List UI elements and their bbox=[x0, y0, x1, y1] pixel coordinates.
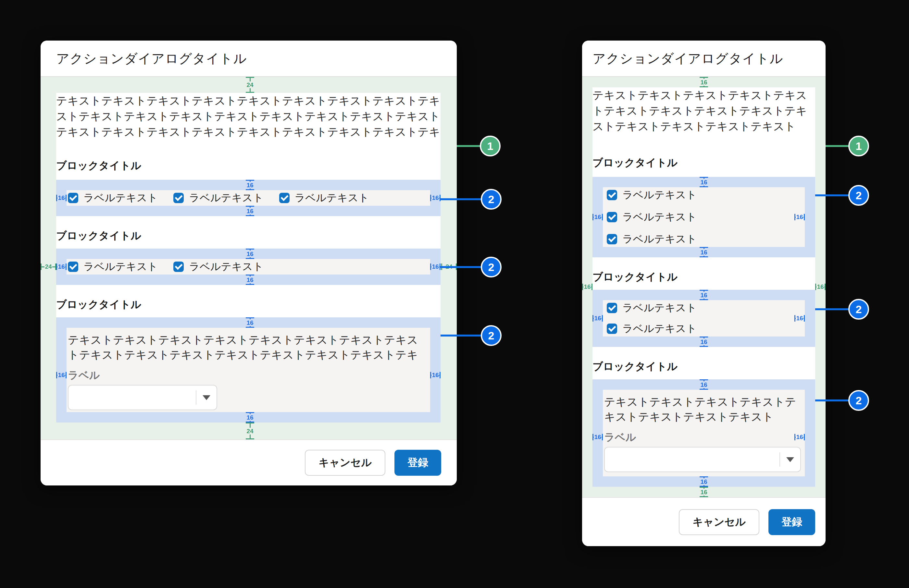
measure-vertical-16: 16 bbox=[696, 487, 712, 497]
measure-horizontal-16: 16 bbox=[430, 263, 440, 271]
checkbox-row: ラベルテキスト ラベルテキスト ラベルテキスト bbox=[66, 190, 430, 206]
dialog-header: アクションダイアログタイトル bbox=[582, 40, 826, 77]
checkbox-item[interactable]: ラベルテキスト bbox=[279, 191, 369, 205]
block-title: ブロックタイトル bbox=[592, 155, 815, 170]
select-field-label: ラベル bbox=[68, 368, 424, 382]
checkbox-list: ラベルテキスト ラベルテキスト ラベルテキスト bbox=[603, 187, 805, 247]
measure-vertical-16: 16 bbox=[242, 206, 258, 216]
annotation-badge-2[interactable]: 2 bbox=[848, 390, 869, 411]
measure-horizontal-16: 16 bbox=[592, 213, 603, 221]
checkbox-label: ラベルテキスト bbox=[622, 210, 697, 224]
block-title: ブロックタイトル bbox=[592, 359, 815, 374]
measure-vertical-24: 24 bbox=[242, 423, 258, 439]
measure-horizontal-16: 16 bbox=[815, 283, 826, 291]
submit-button[interactable]: 登録 bbox=[395, 450, 441, 476]
submit-button[interactable]: 登録 bbox=[768, 509, 815, 535]
dropdown-arrow-icon[interactable] bbox=[196, 395, 217, 400]
checkbox-item[interactable]: ラベルテキスト bbox=[607, 300, 805, 316]
dialog-footer: キャンセル 登録 bbox=[40, 439, 457, 485]
measure-horizontal-24: 24 bbox=[40, 263, 56, 271]
checkbox-label: ラベルテキスト bbox=[189, 191, 263, 205]
annotation-badge-2[interactable]: 2 bbox=[481, 189, 501, 210]
measure-horizontal-16: 16 bbox=[794, 315, 805, 322]
checkbox-item[interactable]: ラベルテキスト bbox=[68, 260, 158, 274]
checkbox-label: ラベルテキスト bbox=[622, 321, 697, 336]
measure-vertical-16: 16 bbox=[696, 77, 712, 87]
measure-horizontal-16: 16 bbox=[430, 194, 440, 202]
checkbox-label: ラベルテキスト bbox=[622, 232, 697, 246]
measure-horizontal-16: 16 bbox=[56, 194, 66, 202]
measure-vertical-16: 16 bbox=[242, 317, 258, 328]
annotation-connector-green bbox=[457, 145, 480, 147]
measure-vertical-16: 16 bbox=[242, 275, 258, 285]
block-title: ブロックタイトル bbox=[56, 228, 440, 243]
annotation-badge-2[interactable]: 2 bbox=[481, 325, 501, 346]
annotation-badge-2[interactable]: 2 bbox=[481, 257, 501, 278]
measure-horizontal-16: 16 bbox=[794, 213, 805, 221]
checkbox-label: ラベルテキスト bbox=[83, 260, 158, 274]
checkbox-checked-icon[interactable] bbox=[607, 303, 617, 313]
select-field-label: ラベル bbox=[604, 430, 802, 444]
block-title: ブロックタイトル bbox=[56, 297, 440, 312]
checkbox-label: ラベルテキスト bbox=[83, 191, 158, 205]
measure-horizontal-16: 16 bbox=[582, 283, 592, 291]
measure-vertical-16: 16 bbox=[242, 180, 258, 190]
checkbox-item[interactable]: ラベルテキスト bbox=[173, 191, 263, 205]
checkbox-label: ラベルテキスト bbox=[189, 260, 263, 274]
dialog-title: アクションダイアログタイトル bbox=[56, 50, 247, 68]
measure-horizontal-16: 16 bbox=[56, 263, 66, 271]
form-block-padding-overlay: テキストテキストテキストテキストテキストテキストテキストテキスト ラベル bbox=[592, 380, 815, 487]
form-block: テキストテキストテキストテキストテキストテキストテキストテキストテキストテキスト… bbox=[66, 328, 430, 412]
dropdown-arrow-icon[interactable] bbox=[780, 457, 800, 462]
cancel-button[interactable]: キャンセル bbox=[305, 450, 385, 476]
annotation-connector-blue bbox=[815, 308, 849, 310]
checkbox-checked-icon[interactable] bbox=[607, 212, 617, 222]
checkbox-checked-icon[interactable] bbox=[607, 190, 617, 200]
annotation-badge-2[interactable]: 2 bbox=[848, 185, 869, 206]
block-title: ブロックタイトル bbox=[592, 269, 815, 284]
annotation-connector-blue bbox=[815, 399, 849, 401]
measure-horizontal-16: 16 bbox=[56, 371, 66, 379]
measure-vertical-16: 16 bbox=[696, 477, 712, 487]
checkbox-row: ラベルテキスト ラベルテキスト bbox=[66, 259, 430, 275]
checkbox-item[interactable]: ラベルテキスト bbox=[607, 321, 805, 336]
checkbox-checked-icon[interactable] bbox=[607, 323, 617, 334]
checkbox-item[interactable]: ラベルテキスト bbox=[607, 231, 805, 247]
checkbox-checked-icon[interactable] bbox=[68, 262, 78, 272]
measure-vertical-16: 16 bbox=[242, 412, 258, 423]
checkbox-checked-icon[interactable] bbox=[173, 262, 184, 272]
checkbox-label: ラベルテキスト bbox=[622, 301, 697, 315]
dialog-title: アクションダイアログタイトル bbox=[592, 50, 783, 68]
checkbox-list: ラベルテキスト ラベルテキスト bbox=[603, 300, 805, 336]
block-description-text: テキストテキストテキストテキストテキストテキストテキストテキスト bbox=[604, 394, 802, 424]
checkbox-item[interactable]: ラベルテキスト bbox=[607, 209, 805, 225]
select-input[interactable] bbox=[604, 447, 801, 472]
dialog-description-text: テキストテキストテキストテキストテキストテキストテキストテキストテキストテキスト… bbox=[56, 93, 440, 139]
checkbox-group-padding-overlay: ラベルテキスト ラベルテキスト ラベルテキスト bbox=[592, 177, 815, 257]
measure-vertical-24: 24 bbox=[242, 77, 258, 93]
cancel-button[interactable]: キャンセル bbox=[679, 509, 759, 535]
checkbox-label: ラベルテキスト bbox=[295, 191, 369, 205]
block-title: ブロックタイトル bbox=[56, 158, 440, 173]
checkbox-checked-icon[interactable] bbox=[607, 234, 617, 244]
annotation-badge-2[interactable]: 2 bbox=[848, 299, 869, 320]
form-block-padding-overlay: テキストテキストテキストテキストテキストテキストテキストテキストテキストテキスト… bbox=[56, 317, 440, 423]
measure-vertical-16: 16 bbox=[696, 290, 712, 300]
measure-vertical-16: 16 bbox=[696, 380, 712, 390]
select-input[interactable] bbox=[68, 385, 217, 410]
annotation-badge-1[interactable]: 1 bbox=[480, 136, 501, 157]
measure-horizontal-16: 16 bbox=[592, 315, 603, 322]
checkbox-item[interactable]: ラベルテキスト bbox=[68, 191, 158, 205]
form-block: テキストテキストテキストテキストテキストテキストテキストテキスト ラベル bbox=[603, 390, 805, 477]
checkbox-checked-icon[interactable] bbox=[68, 193, 78, 203]
checkbox-item[interactable]: ラベルテキスト bbox=[173, 260, 263, 274]
annotation-badge-1[interactable]: 1 bbox=[848, 136, 869, 157]
checkbox-item[interactable]: ラベルテキスト bbox=[607, 187, 805, 203]
checkbox-checked-icon[interactable] bbox=[279, 193, 290, 203]
checkbox-checked-icon[interactable] bbox=[173, 193, 184, 203]
mobile-action-dialog: アクションダイアログタイトル テキストテキストテキストテキストテキストテキストテ… bbox=[582, 40, 826, 546]
annotation-connector-green bbox=[826, 145, 849, 147]
annotation-connector-blue bbox=[440, 198, 482, 200]
measure-horizontal-16: 16 bbox=[592, 433, 603, 441]
measure-vertical-16: 16 bbox=[242, 249, 258, 259]
